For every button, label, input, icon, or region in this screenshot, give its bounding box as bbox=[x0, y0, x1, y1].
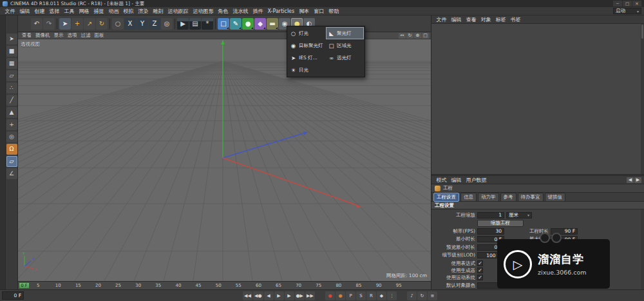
object-manager-menu-item-2[interactable]: 查看 bbox=[464, 16, 478, 23]
record-pla-button[interactable]: ⋮ bbox=[387, 291, 397, 300]
texture-mode-button[interactable]: ▦ bbox=[6, 58, 17, 69]
light-menu-item-target-spot-light[interactable]: ◉目标聚光灯 bbox=[288, 39, 326, 52]
add-generator-button[interactable]: ● bbox=[242, 18, 254, 30]
lock-z-axis-button[interactable]: Z bbox=[149, 18, 160, 30]
zoom-view-button[interactable]: ⊕ bbox=[414, 33, 421, 39]
light-menu-item-sun-light[interactable]: ☀日光 bbox=[288, 64, 326, 76]
lock-y-axis-button[interactable]: Y bbox=[137, 18, 148, 30]
history-back-button[interactable]: ◀ bbox=[627, 177, 634, 183]
menu-item-1[interactable]: 编辑 bbox=[17, 8, 32, 15]
points-mode-button[interactable]: ∴ bbox=[6, 83, 17, 93]
record-parameter-button[interactable]: ◆ bbox=[377, 291, 386, 300]
add-deformer-button[interactable]: ◆ bbox=[254, 18, 266, 30]
close-button[interactable]: ✕ bbox=[632, 1, 641, 6]
object-manager-menu-item-3[interactable]: 对象 bbox=[478, 16, 493, 23]
record-rotation-button[interactable]: R bbox=[366, 291, 376, 300]
quantize-button[interactable]: ∠ bbox=[6, 168, 17, 179]
viewport-solo-button[interactable]: ◎ bbox=[6, 131, 17, 142]
previous-key-button[interactable]: ◀● bbox=[253, 291, 263, 300]
current-frame-field[interactable]: 0 F bbox=[2, 291, 24, 300]
attribute-tab-5[interactable]: 键插值 bbox=[545, 193, 566, 202]
playback-options-button[interactable]: ≡ bbox=[428, 291, 437, 300]
viewport-menu-item-3[interactable]: 选项 bbox=[66, 32, 79, 39]
light-menu-item-infinite-light[interactable]: ∞远光灯 bbox=[326, 52, 364, 64]
object-manager-list[interactable] bbox=[431, 24, 644, 174]
menu-item-5[interactable]: 网格 bbox=[77, 8, 91, 15]
toggle-view-button[interactable]: □ bbox=[422, 33, 429, 39]
menu-item-16[interactable]: X-Particles bbox=[265, 8, 297, 14]
menu-item-4[interactable]: 工具 bbox=[62, 8, 77, 15]
minimize-button[interactable]: ─ bbox=[613, 1, 622, 6]
last-used-tool-button[interactable]: ○ bbox=[112, 18, 124, 30]
pan-view-button[interactable]: ↔ bbox=[399, 33, 406, 39]
attribute-tab-4[interactable]: 待办事宜 bbox=[518, 193, 544, 202]
render-view-button[interactable]: ▶ bbox=[177, 18, 189, 30]
play-button[interactable]: ▶ bbox=[274, 291, 284, 300]
menu-item-17[interactable]: 脚本 bbox=[297, 8, 312, 15]
add-scene-object-button[interactable]: ▬ bbox=[267, 18, 278, 30]
scale-project-button[interactable]: 缩放工程 bbox=[477, 220, 524, 227]
settings-checkbox-1[interactable]: ✓ bbox=[477, 267, 483, 273]
layout-select[interactable]: 启动 bbox=[613, 8, 641, 14]
viewport-menu-item-2[interactable]: 显示 bbox=[52, 32, 66, 39]
polygons-mode-button[interactable]: ▲ bbox=[6, 107, 17, 118]
move-tool-button[interactable]: + bbox=[71, 18, 83, 30]
attribute-scrollbar[interactable] bbox=[641, 209, 644, 289]
timeline-playhead[interactable]: 0 F bbox=[19, 282, 30, 289]
redo-button[interactable]: ↷ bbox=[43, 18, 55, 30]
rotate-tool-button[interactable]: ↻ bbox=[96, 18, 108, 30]
undo-button[interactable]: ↶ bbox=[31, 18, 43, 30]
record-position-button[interactable]: P bbox=[346, 291, 355, 300]
settings-checkbox-2[interactable]: ✓ bbox=[477, 275, 483, 280]
next-key-button[interactable]: ●▶ bbox=[295, 291, 305, 300]
light-menu-item-area-light[interactable]: □区域光 bbox=[326, 39, 364, 52]
menu-item-6[interactable]: 捕捉 bbox=[91, 8, 106, 15]
record-scale-button[interactable]: S bbox=[356, 291, 366, 300]
light-menu-item-ies-light[interactable]: ➤IES 灯... bbox=[288, 52, 326, 64]
add-spline-button[interactable]: ✎ bbox=[230, 18, 242, 30]
goto-start-button[interactable]: ◀◀ bbox=[243, 291, 252, 300]
previous-frame-button[interactable]: ◀ bbox=[264, 291, 274, 300]
menu-item-14[interactable]: 流水线 bbox=[231, 8, 251, 15]
object-manager-menu-item-0[interactable]: 文件 bbox=[434, 16, 449, 23]
settings-checkbox-0[interactable]: ✓ bbox=[477, 260, 483, 266]
render-picture-viewer-button[interactable]: ▤ bbox=[189, 18, 201, 30]
edges-mode-button[interactable]: ╱ bbox=[6, 95, 17, 106]
scale-tool-button[interactable]: ↗ bbox=[84, 18, 95, 30]
attribute-tab-1[interactable]: 信息 bbox=[460, 193, 477, 202]
record-keyframe-button[interactable]: ● bbox=[325, 291, 335, 300]
autokey-button[interactable]: ● bbox=[336, 291, 345, 300]
viewport-menu-item-4[interactable]: 过滤 bbox=[79, 32, 93, 39]
attribute-manager-menu-item-2[interactable]: 用户数据 bbox=[464, 177, 489, 184]
maximize-button[interactable]: □ bbox=[623, 1, 632, 6]
menu-item-7[interactable]: 动画 bbox=[106, 8, 121, 15]
menu-item-18[interactable]: 窗口 bbox=[312, 8, 327, 15]
menu-item-19[interactable]: 帮助 bbox=[327, 8, 341, 15]
object-manager-menu-item-1[interactable]: 编辑 bbox=[449, 16, 464, 23]
menu-item-3[interactable]: 选择 bbox=[47, 8, 62, 15]
light-menu-item-spot-light[interactable]: ◣聚光灯 bbox=[326, 27, 364, 39]
attribute-tab-3[interactable]: 参考 bbox=[500, 193, 516, 202]
object-manager-menu-item-5[interactable]: 书签 bbox=[508, 16, 523, 23]
menu-item-15[interactable]: 插件 bbox=[251, 8, 265, 15]
model-mode-button[interactable]: ■ bbox=[6, 46, 17, 57]
lock-x-axis-button[interactable]: X bbox=[124, 18, 136, 30]
menu-item-10[interactable]: 雕刻 bbox=[151, 8, 166, 15]
menu-item-9[interactable]: 渲染 bbox=[136, 8, 151, 15]
menu-item-0[interactable]: 文件 bbox=[3, 8, 17, 15]
attribute-tab-2[interactable]: 动力学 bbox=[478, 193, 499, 202]
project-scale-input[interactable]: 1 bbox=[477, 212, 504, 218]
menu-item-11[interactable]: 运动跟踪 bbox=[166, 8, 191, 15]
fps-input[interactable]: 30 bbox=[477, 228, 504, 235]
live-selection-button[interactable]: ➤ bbox=[59, 18, 71, 30]
playback-sound-button[interactable]: ♪ bbox=[407, 291, 417, 300]
menu-item-8[interactable]: 模拟 bbox=[121, 8, 136, 15]
object-manager-scrollbar[interactable] bbox=[641, 24, 644, 174]
attribute-manager-menu-item-0[interactable]: 模式 bbox=[434, 177, 449, 184]
menu-item-2[interactable]: 创建 bbox=[32, 8, 47, 15]
viewport[interactable]: 查看摄像机显示选项过滤面板 ↔↻⊕□ 透视视图 yxz 网格间距: 100 cm bbox=[18, 32, 431, 281]
menu-item-13[interactable]: 角色 bbox=[216, 8, 231, 15]
scale-unit-select[interactable]: 厘米 bbox=[506, 212, 532, 218]
next-frame-button[interactable]: ▶ bbox=[285, 291, 294, 300]
goto-end-button[interactable]: ▶▶ bbox=[305, 291, 315, 300]
